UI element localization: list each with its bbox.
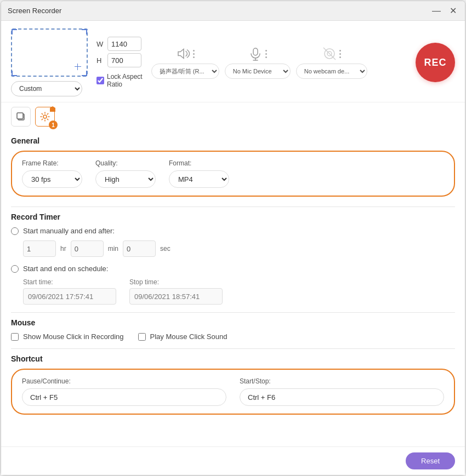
timer-inputs: hr min sec [23,240,455,257]
play-sound-row: Play Mouse Click Sound [138,332,228,341]
settings-badge: 1 [49,121,58,129]
capture-area: Custom Full Screen 1920×1080 1280×720 [11,28,88,96]
speaker-dots [193,50,195,58]
speaker-select[interactable]: 扬声器/听筒 (R... [151,64,219,79]
webcam-icon [322,46,337,61]
mic-icon [248,46,263,61]
framerate-group: Frame Rate: 30 fps 15 fps 20 fps 60 fps [22,159,82,188]
start-time-input[interactable] [23,288,116,305]
manual-label: Start manually and end after: [23,227,115,235]
lock-row: Lock AspectRatio [96,73,143,88]
width-row: W [96,37,143,51]
shortcut-group: Pause/Continue: Start/Stop: [11,369,455,415]
quality-group: Quality: High Low Medium [95,159,156,188]
lock-checkbox[interactable] [96,77,104,84]
play-sound-label: Play Mouse Click Sound [150,332,228,341]
start-time-field: Start time: [23,278,116,305]
sec-unit: sec [160,245,171,253]
window-title: Screen Recorder [8,7,61,15]
schedule-option: Start and end on schedule: [11,265,455,273]
framerate-select[interactable]: 30 fps 15 fps 20 fps 60 fps [22,170,82,188]
start-time-label: Start time: [23,278,116,286]
minimize-button[interactable]: — [431,5,442,16]
stop-time-field: Stop time: [129,278,223,305]
speaker-group: 扬声器/听筒 (R... [151,46,219,79]
mic-group: No Mic Device [225,46,291,79]
pause-field: Pause/Continue: [22,377,226,406]
quality-select[interactable]: High Low Medium [95,170,156,188]
play-sound-checkbox[interactable] [138,333,146,341]
title-bar: Screen Recorder — ✕ [1,1,465,21]
manual-radio[interactable] [11,227,19,235]
speaker-icon-row [175,46,195,61]
show-click-row: Show Mouse Click in Recording [11,332,124,341]
record-timer-section: Record Timer Start manually and end afte… [11,207,455,305]
pause-input[interactable] [22,388,226,406]
mic-icon-row [248,46,267,61]
stop-time-input[interactable] [129,288,223,305]
mouse-section: Mouse Show Mouse Click in Recording Play… [11,312,455,341]
shortcut-title: Shortcut [11,354,455,363]
svg-rect-0 [253,48,258,55]
hour-input[interactable] [23,240,56,257]
crosshair-icon [73,62,82,71]
top-section: Custom Full Screen 1920×1080 1280×720 W … [1,21,465,102]
hr-unit: hr [60,245,66,253]
general-group: Frame Rate: 30 fps 15 fps 20 fps 60 fps … [11,151,455,197]
schedule-label: Start and end on schedule: [23,265,108,273]
start-stop-input[interactable] [240,388,444,406]
devices-section: 扬声器/听筒 (R... [151,46,407,79]
speaker-icon [175,46,191,61]
height-row: H [96,53,143,67]
start-stop-field: Start/Stop: [240,377,444,406]
mouse-title: Mouse [11,318,455,327]
svg-line-5 [323,48,336,60]
mouse-checkbox-group: Show Mouse Click in Recording Play Mouse… [11,332,455,341]
schedule-radio[interactable] [11,265,19,273]
quality-label: Quality: [95,159,156,167]
format-label: Format: [169,159,229,167]
bottom-bar: Reset [1,446,465,475]
settings-content: General Frame Rate: 30 fps 15 fps 20 fps… [1,127,465,446]
time-schedule: Start time: Stop time: [23,278,455,305]
lock-label: Lock AspectRatio [107,73,143,88]
dimension-section: W H Lock AspectRatio [96,37,143,88]
webcam-select[interactable]: No webcam de... [296,64,367,79]
settings-button[interactable]: 1 [35,107,55,127]
preset-select[interactable]: Custom Full Screen 1920×1080 1280×720 [11,81,82,96]
manual-option: Start manually and end after: [11,227,455,235]
corner-tl [12,29,17,35]
webcam-dots [339,50,341,58]
close-button[interactable]: ✕ [447,5,458,16]
shortcut-row: Pause/Continue: Start/Stop: [22,377,444,406]
height-label: H [96,56,104,65]
general-section: General Frame Rate: 30 fps 15 fps 20 fps… [11,136,455,197]
settings-toolbar: 1 [1,102,465,127]
capture-preview-box[interactable] [11,28,88,77]
min-unit: min [108,245,118,253]
pause-label: Pause/Continue: [22,377,226,385]
main-window: Screen Recorder — ✕ Custom Full Screen [1,1,465,475]
start-stop-label: Start/Stop: [240,377,444,385]
svg-rect-7 [17,113,23,119]
width-label: W [96,40,104,48]
format-select[interactable]: MP4 MOV AVI GIF [169,170,229,188]
height-input[interactable] [107,53,141,67]
mic-select[interactable]: No Mic Device [225,64,291,79]
copy-button[interactable] [11,107,31,127]
webcam-group: No webcam de... [296,46,367,79]
show-click-checkbox[interactable] [11,333,19,341]
framerate-label: Frame Rate: [22,159,82,167]
rec-button[interactable]: REC [416,43,455,82]
webcam-icon-row [322,46,341,61]
app-content: Custom Full Screen 1920×1080 1280×720 W … [1,21,465,475]
corner-bl [12,71,17,76]
width-input[interactable] [107,37,141,51]
sec-input[interactable] [123,240,156,257]
window-controls: — ✕ [431,5,458,16]
corner-tr [82,29,87,35]
reset-button[interactable]: Reset [406,452,455,469]
min-input[interactable] [71,240,104,257]
mic-dots [265,50,267,58]
record-timer-title: Record Timer [11,213,455,221]
